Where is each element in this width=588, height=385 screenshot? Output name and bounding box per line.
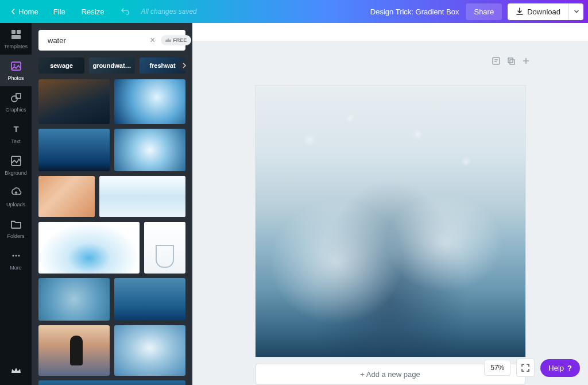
undo-icon [120,7,129,15]
free-label: FREE [173,37,187,43]
photo-thumb[interactable] [114,129,185,171]
duplicate-page-button[interactable] [506,56,516,68]
home-button[interactable]: Home [5,4,44,20]
svg-point-4 [13,64,15,66]
svg-rect-8 [11,156,21,165]
file-menu[interactable]: File [47,4,72,20]
chevron-down-icon [574,9,579,14]
photo-thumb[interactable] [114,325,185,376]
crown-small-icon [165,38,171,43]
rail-folders-label: Folders [7,233,24,239]
help-button[interactable]: Help ? [540,359,580,377]
svg-point-11 [18,255,20,256]
photo-thumb[interactable] [38,380,185,385]
photo-thumb[interactable] [99,176,185,217]
rail-uploads-label: Uploads [6,202,25,207]
chevron-right-icon [182,63,187,68]
chip-groundwater[interactable]: groundwat… [89,57,135,74]
svg-point-9 [12,255,14,256]
photo-thumb[interactable] [144,222,185,274]
chip-sewage[interactable]: sewage [38,57,84,74]
notes-icon [492,56,501,66]
question-icon: ? [567,364,572,372]
top-bar: Home File Resize All changes saved Desig… [0,0,588,23]
help-label: Help [548,364,564,372]
rail-background-label: Bkground [5,170,27,176]
rail-more[interactable]: More [0,244,32,276]
photos-panel: × FREE sewage groundwat… freshwat [32,23,192,385]
rail-templates-label: Templates [4,44,28,49]
toolbar-spacer [192,23,588,41]
rail-graphics[interactable]: Graphics [0,86,32,118]
search-box: × FREE [38,30,185,51]
fullscreen-icon [521,364,529,372]
rail-photos[interactable]: Photos [0,55,32,86]
page-notes-button[interactable] [492,56,501,68]
photo-grid[interactable] [32,79,192,385]
photo-thumb[interactable] [38,129,110,171]
photo-thumb[interactable] [114,278,185,321]
crown-icon [10,365,22,376]
tool-rail: Templates Photos Graphics T Text Bkgroun… [0,23,32,385]
design-title[interactable]: Design Trick: Gradient Box [370,7,459,16]
plus-icon [521,56,531,66]
rail-background[interactable]: Bkground [0,149,32,181]
rail-graphics-label: Graphics [5,107,26,113]
svg-rect-14 [508,58,513,63]
rail-uploads[interactable]: Uploads [0,181,32,213]
duplicate-icon [506,56,516,66]
download-label: Download [527,7,560,16]
rail-templates[interactable]: Templates [0,23,32,55]
svg-text:T: T [13,124,18,134]
clear-search-button[interactable]: × [148,34,157,47]
photo-thumb[interactable] [38,222,140,274]
resize-menu[interactable]: Resize [75,4,111,20]
chevron-left-icon [10,9,16,14]
download-caret-button[interactable] [568,3,583,20]
rail-premium[interactable] [0,356,32,385]
add-page-icon-button[interactable] [521,56,531,68]
svg-rect-2 [11,35,21,39]
rail-text[interactable]: T Text [0,118,32,149]
rail-more-label: More [10,265,22,271]
save-status: All changes saved [141,7,196,16]
svg-rect-15 [510,60,514,64]
photo-thumb[interactable] [114,79,185,124]
rail-photos-label: Photos [7,75,24,81]
svg-rect-0 [11,30,16,34]
undo-button[interactable] [117,3,133,20]
svg-point-10 [15,255,17,256]
zoom-control[interactable]: 57% [484,360,510,376]
download-button[interactable]: Download [508,3,568,20]
share-button[interactable]: Share [466,3,502,20]
photo-thumb[interactable] [38,79,110,124]
free-filter-pill[interactable]: FREE [161,35,191,45]
photo-thumb[interactable] [38,325,110,376]
fullscreen-button[interactable] [516,359,535,377]
rail-folders[interactable]: Folders [0,213,32,244]
home-label: Home [18,7,38,16]
svg-rect-13 [493,57,500,64]
zoom-value: 57% [490,364,504,372]
rail-text-label: Text [11,138,21,144]
photo-thumb[interactable] [38,176,95,217]
design-page[interactable] [256,86,525,357]
chips-scroll-right[interactable] [179,60,190,71]
page-tools [492,56,531,68]
search-input[interactable] [48,36,144,45]
download-icon [516,7,524,16]
svg-rect-1 [17,30,21,34]
canvas-area: + Add a new page 57% Help ? [192,23,588,385]
photo-thumb[interactable] [38,278,110,321]
